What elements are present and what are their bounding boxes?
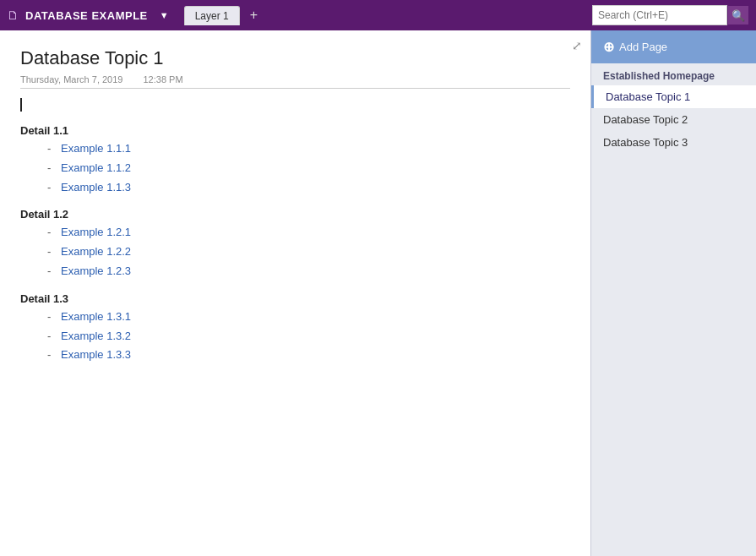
add-tab-button[interactable]: +	[245, 6, 263, 25]
list-item: -Example 1.2.3	[47, 263, 570, 281]
notebook-icon: 🗋	[7, 8, 19, 22]
content-area: ⤢ Database Topic 1 Thursday, March 7, 20…	[0, 30, 590, 556]
list-item: -Example 1.3.1	[47, 308, 570, 326]
list-item-text: Example 1.1.3	[61, 179, 131, 197]
list-item: -Example 1.2.2	[47, 243, 570, 261]
search-button[interactable]: 🔍	[727, 5, 749, 25]
bullet-list: -Example 1.2.1-Example 1.2.2-Example 1.2…	[47, 224, 570, 280]
search-container: 🔍	[592, 5, 749, 25]
sections-container: Detail 1.1-Example 1.1.1-Example 1.1.2-E…	[20, 124, 570, 364]
page-meta: Thursday, March 7, 2019 12:38 PM	[20, 74, 570, 84]
list-item: -Example 1.3.3	[47, 346, 570, 364]
list-item: -Example 1.2.1	[47, 224, 570, 242]
cursor-caret	[20, 98, 22, 112]
expand-button[interactable]: ⤢	[572, 39, 582, 52]
list-item-text: Example 1.2.1	[61, 224, 131, 242]
list-item: -Example 1.1.3	[47, 179, 570, 197]
page-title: Database Topic 1	[20, 47, 570, 69]
list-item-text: Example 1.1.2	[61, 160, 131, 177]
sidebar-items-container: Database Topic 1Database Topic 2Database…	[591, 85, 756, 154]
dash-icon: -	[47, 179, 54, 197]
section-heading: Detail 1.1	[20, 124, 570, 137]
title-dropdown-button[interactable]: ▼	[156, 8, 172, 22]
sidebar-page-item[interactable]: Database Topic 1	[591, 85, 756, 108]
layer-tab[interactable]: Layer 1	[184, 6, 240, 25]
sidebar: ⊕ Add Page Established Homepage Database…	[590, 30, 756, 556]
dash-icon: -	[47, 140, 54, 158]
main-layout: ⤢ Database Topic 1 Thursday, March 7, 20…	[0, 30, 756, 556]
add-page-label: Add Page	[619, 41, 667, 53]
bullet-list: -Example 1.3.1-Example 1.3.2-Example 1.3…	[47, 308, 570, 364]
dash-icon: -	[47, 243, 54, 261]
app-title: DATABASE EXAMPLE	[25, 9, 148, 22]
list-item: -Example 1.1.2	[47, 160, 570, 177]
page-divider	[20, 88, 570, 89]
bullet-list: -Example 1.1.1-Example 1.1.2-Example 1.1…	[47, 140, 570, 196]
list-item-text: Example 1.3.1	[61, 308, 131, 326]
list-item-text: Example 1.3.3	[61, 346, 131, 364]
add-page-button[interactable]: ⊕ Add Page	[591, 30, 756, 63]
section-heading: Detail 1.3	[20, 292, 570, 305]
dash-icon: -	[47, 328, 54, 346]
list-item-text: Example 1.1.1	[61, 140, 131, 158]
section-heading: Detail 1.2	[20, 208, 570, 221]
dash-icon: -	[47, 346, 54, 364]
list-item: -Example 1.3.2	[47, 328, 570, 346]
list-item-text: Example 1.3.2	[61, 328, 131, 346]
search-input[interactable]	[592, 5, 727, 25]
page-time: 12:38 PM	[143, 74, 182, 84]
titlebar: 🗋 DATABASE EXAMPLE ▼ Layer 1 + 🔍	[0, 0, 756, 30]
page-date: Thursday, March 7, 2019	[20, 74, 122, 84]
list-item-text: Example 1.2.2	[61, 243, 131, 261]
dash-icon: -	[47, 263, 54, 281]
plus-circle-icon: ⊕	[603, 39, 614, 55]
dash-icon: -	[47, 308, 54, 326]
dash-icon: -	[47, 224, 54, 242]
sidebar-section-header: Established Homepage	[591, 63, 756, 85]
cursor-line[interactable]	[20, 97, 570, 112]
sidebar-page-item[interactable]: Database Topic 2	[591, 108, 756, 131]
sidebar-page-item[interactable]: Database Topic 3	[591, 131, 756, 154]
list-item-text: Example 1.2.3	[61, 263, 131, 281]
list-item: -Example 1.1.1	[47, 140, 570, 158]
dash-icon: -	[47, 160, 54, 177]
